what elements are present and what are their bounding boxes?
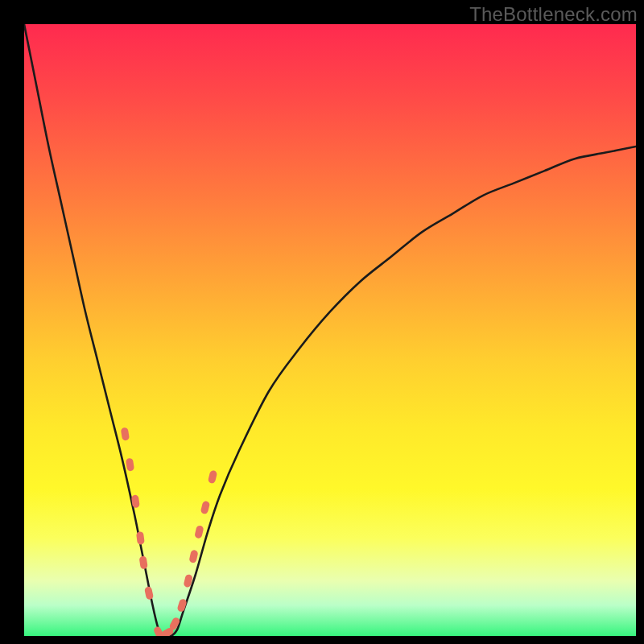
watermark-text: TheBottleneck.com [469,3,638,26]
curve-marker [176,598,187,613]
chart-plot-area [24,24,636,636]
curve-marker [188,549,198,564]
curve-marker [136,531,145,545]
curve-marker [194,525,204,539]
chart-frame: TheBottleneck.com [0,0,644,644]
curve-marker [208,470,217,485]
curve-marker [200,501,211,515]
curve-marker [121,427,130,441]
curve-marker [126,458,134,472]
curve-marker [144,586,154,601]
bottleneck-curve [24,24,636,636]
curve-marker [139,555,148,569]
